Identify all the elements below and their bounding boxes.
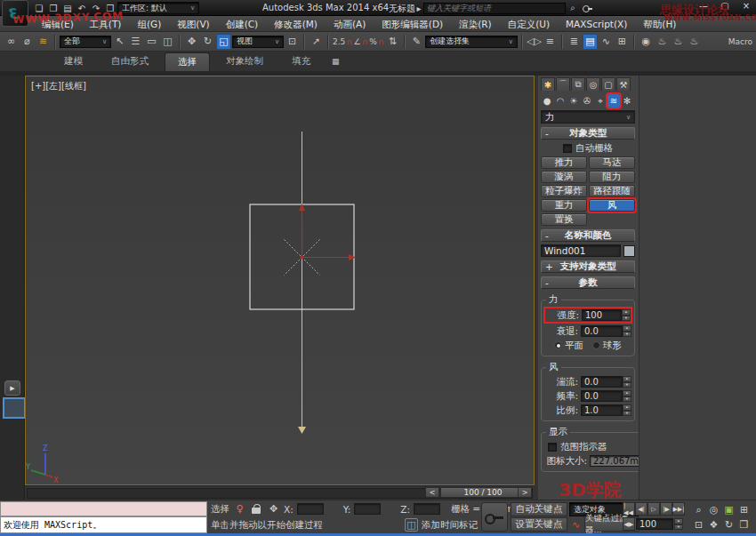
x-coordinate-field[interactable] [297,503,324,515]
pan-icon[interactable]: ❖ [706,517,721,532]
menu-graph-editors[interactable]: 图形编辑器(D) [374,16,451,32]
named-selection-sets-dropdown[interactable]: 创建选择集 ∨ [425,36,518,48]
select-and-rotate-icon[interactable]: ↻ [200,34,215,50]
redo-icon[interactable]: ↷ [89,2,103,15]
category-cameras-icon[interactable]: ✇ [581,94,593,108]
strength-field[interactable]: 100 [582,309,622,321]
category-shapes-icon[interactable]: ◠ [554,94,567,108]
menu-create[interactable]: 创建(C) [218,16,267,32]
category-systems-icon[interactable]: ✻ [621,94,633,108]
mirror-icon[interactable]: ◁▷ [527,34,542,50]
bind-to-space-warp-icon[interactable]: ≋ [36,34,51,50]
rollout-supports-object-type[interactable]: + 支持对象类型 [541,260,635,273]
ribbon-options-icon[interactable]: ▦ [332,57,340,66]
align-icon[interactable]: ≡ [543,34,558,50]
open-file-icon[interactable]: ❐ [46,2,60,15]
edit-named-selection-sets-icon[interactable]: ✎ [409,34,424,50]
viewport-layout-tab[interactable] [3,397,26,419]
search-caret-icon[interactable]: ▸ [414,2,423,15]
tab-modify[interactable]: ⌒ [556,77,570,91]
render-production-icon[interactable]: ♨ [687,34,702,50]
menu-rendering[interactable]: 渲染(R) [451,16,500,32]
spin-down-icon[interactable]: ▾ [623,396,631,403]
transform-gizmo-icon[interactable]: ✥ [267,502,280,516]
set-key-button[interactable]: 设置关键点 [511,517,567,532]
window-crossing-icon[interactable]: ◫ [160,34,175,50]
spin-down-icon[interactable]: ▾ [623,382,631,388]
select-object-icon[interactable]: ↖ [112,34,127,50]
rollout-parameters[interactable]: - 参数 [541,276,635,289]
icon-size-field[interactable]: 227.067m [590,455,642,467]
zoom-all-icon[interactable]: ◎ [706,502,721,516]
project-folder-icon[interactable]: ❒ [103,2,117,15]
y-coordinate-field[interactable] [354,503,381,515]
menu-group[interactable]: 组(G) [129,16,169,32]
new-scene-icon[interactable]: ❏ [32,2,46,15]
frame-spinner[interactable]: ▴▾ [674,518,683,530]
select-and-link-icon[interactable]: ∞ [4,34,19,50]
turbulence-spinner[interactable]: ▴▾ [623,376,631,388]
z-coordinate-field[interactable] [414,503,440,515]
spin-down-icon[interactable]: ▾ [623,411,631,417]
category-helpers-icon[interactable]: ⌖ [594,94,607,108]
pbomb-button[interactable]: 粒子爆炸 [541,185,587,197]
tab-display[interactable]: ▢ [601,77,615,91]
schematic-view-icon[interactable]: ⊞ [615,34,630,50]
snap-toggle-icon[interactable]: 2.5∩ [333,34,352,50]
spacewarp-category-dropdown[interactable]: 力 ∨ [541,110,635,124]
auto-key-button[interactable]: 自动关键点 [511,502,567,516]
spherical-option[interactable]: 球形 [592,340,622,352]
select-and-move-icon[interactable]: ✥ [184,34,199,50]
next-frame-arrow[interactable]: > [518,487,532,498]
ribbon-tab-selection[interactable]: 选择 [165,52,210,71]
maximize-button[interactable]: ▢ [719,1,731,11]
planar-option[interactable]: 平面 [554,340,583,352]
category-space-warps-icon[interactable]: ≋ [607,94,620,108]
scene-explorer-toggle-icon[interactable]: ▤ [583,34,598,50]
sign-in-key-icon[interactable] [580,2,594,15]
displace-button[interactable]: 置换 [541,213,587,226]
angle-snap-icon[interactable]: ∠∩ [353,34,368,50]
zoom-region-icon[interactable]: ⊡ [691,517,706,532]
spinner-snap-icon[interactable]: ⇅ [385,34,400,50]
rendered-frame-window-icon[interactable]: ♨ [671,34,686,50]
menu-help[interactable]: 帮助(H) [635,16,684,32]
menu-edit[interactable]: 编辑(E) [34,16,82,32]
zoom-icon[interactable]: ⌕ [691,502,706,516]
next-frame-button[interactable]: |▶ [660,502,672,516]
curve-editor-icon[interactable]: ∿ [599,34,614,50]
menu-tools[interactable]: 工具(T) [82,16,130,32]
reference-coordinate-dropdown[interactable]: 视图 ∨ [232,36,284,48]
material-editor-icon[interactable]: ◉ [639,34,654,50]
planar-radio[interactable] [554,341,562,349]
menu-views[interactable]: 视图(V) [169,16,217,32]
drag-button[interactable]: 阻力 [589,171,635,183]
menu-modifiers[interactable]: 修改器(M) [266,16,326,32]
motor-button[interactable]: 马达 [589,156,635,169]
time-slider-thumb[interactable]: 100 / 100 [440,487,526,498]
spin-down-icon[interactable]: ▾ [623,332,631,338]
selection-lock-pin-icon[interactable]: ♀ [233,502,246,516]
frequency-field[interactable]: 0.0 [581,390,623,402]
path-follow-button[interactable]: 路径跟随 [589,185,635,197]
push-button[interactable]: 推力 [541,156,587,169]
menu-animation[interactable]: 动画(A) [326,16,374,32]
autogrid-checkbox[interactable] [563,144,572,153]
decay-field[interactable]: 0.0 [581,325,623,337]
menu-customize[interactable]: 自定义(U) [500,16,558,32]
percent-snap-icon[interactable]: %∩ [369,34,384,50]
go-to-start-button[interactable]: |◀◀ [623,502,635,516]
set-key-big-button[interactable] [481,502,508,532]
tab-motion[interactable]: ◎ [586,77,600,91]
spin-down-icon[interactable]: ▾ [674,524,683,531]
unlink-selection-icon[interactable]: ⌀ [20,34,35,50]
rollout-name-color[interactable]: - 名称和颜色 [541,229,635,242]
previous-frame-button[interactable]: ◀| [635,502,647,516]
scale-field[interactable]: 1.0 [581,404,623,416]
category-geometry-icon[interactable]: ● [541,94,553,108]
spherical-radio[interactable] [592,341,600,349]
use-pivot-center-icon[interactable]: ⊡ [285,34,300,50]
close-button[interactable]: × [740,1,752,11]
search-icon[interactable]: ⌕ [566,2,580,15]
category-lights-icon[interactable]: ☀ [567,94,580,108]
